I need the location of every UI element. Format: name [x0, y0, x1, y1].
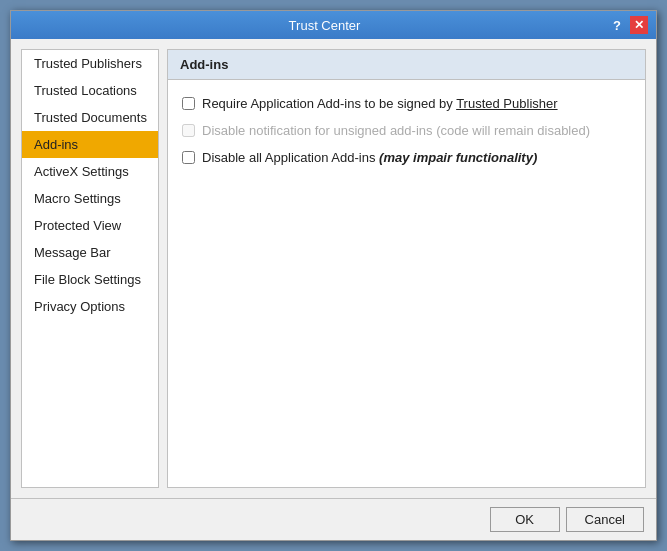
require-signed-checkbox[interactable]: [182, 97, 195, 110]
sidebar-item-file-block-settings[interactable]: File Block Settings: [22, 266, 158, 293]
sidebar: Trusted Publishers Trusted Locations Tru…: [21, 49, 159, 488]
content-header: Add-ins: [168, 50, 645, 80]
sidebar-item-message-bar[interactable]: Message Bar: [22, 239, 158, 266]
sidebar-item-add-ins[interactable]: Add-ins: [22, 131, 158, 158]
trust-center-dialog: Trust Center ? ✕ Trusted Publishers Trus…: [10, 10, 657, 541]
require-signed-label: Require Application Add-ins to be signed…: [202, 96, 558, 113]
checkbox-row-disable-all: Disable all Application Add-ins (may imp…: [182, 150, 631, 167]
dialog-body: Trusted Publishers Trusted Locations Tru…: [11, 39, 656, 498]
disable-unsigned-text: Disable notification for unsigned add-in…: [202, 123, 590, 138]
sidebar-item-macro-settings[interactable]: Macro Settings: [22, 185, 158, 212]
ok-button[interactable]: OK: [490, 507, 560, 532]
checkbox-row-disable-unsigned: Disable notification for unsigned add-in…: [182, 123, 631, 140]
sidebar-item-protected-view[interactable]: Protected View: [22, 212, 158, 239]
title-bar: Trust Center ? ✕: [11, 11, 656, 39]
disable-unsigned-checkbox: [182, 124, 195, 137]
sidebar-item-trusted-locations[interactable]: Trusted Locations: [22, 77, 158, 104]
content-body: Require Application Add-ins to be signed…: [168, 80, 645, 183]
disable-unsigned-label: Disable notification for unsigned add-in…: [202, 123, 590, 140]
sidebar-item-activex-settings[interactable]: ActiveX Settings: [22, 158, 158, 185]
checkbox-row-require-signed: Require Application Add-ins to be signed…: [182, 96, 631, 113]
trusted-publisher-link[interactable]: Trusted Publisher: [456, 96, 557, 111]
sidebar-item-privacy-options[interactable]: Privacy Options: [22, 293, 158, 320]
dialog-footer: OK Cancel: [11, 498, 656, 540]
sidebar-item-trusted-documents[interactable]: Trusted Documents: [22, 104, 158, 131]
disable-all-text-italic: (may impair functionality): [379, 150, 537, 165]
disable-all-checkbox[interactable]: [182, 151, 195, 164]
title-bar-controls: ? ✕: [608, 16, 648, 34]
disable-all-label: Disable all Application Add-ins (may imp…: [202, 150, 537, 167]
close-button[interactable]: ✕: [630, 16, 648, 34]
dialog-title: Trust Center: [41, 18, 608, 33]
cancel-button[interactable]: Cancel: [566, 507, 644, 532]
help-button[interactable]: ?: [608, 16, 626, 34]
content-area: Add-ins Require Application Add-ins to b…: [167, 49, 646, 488]
sidebar-item-trusted-publishers[interactable]: Trusted Publishers: [22, 50, 158, 77]
require-signed-text-part1: Require Application Add-ins to be signed…: [202, 96, 456, 111]
disable-all-text-part1: Disable all Application Add-ins: [202, 150, 379, 165]
